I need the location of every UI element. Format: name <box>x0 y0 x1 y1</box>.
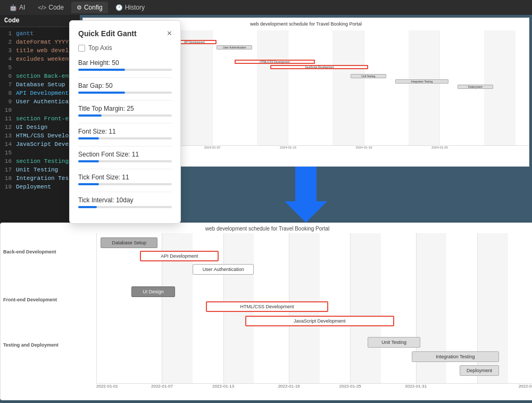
tick-interval-track[interactable] <box>78 206 172 208</box>
tab-ai-label: AI <box>19 4 25 11</box>
title-margin-track[interactable] <box>78 114 172 117</box>
tick-interval-fill <box>78 206 97 208</box>
task-integration-testing: Integration Testing <box>412 351 500 362</box>
code-line: 18Integration Testing <box>0 174 80 183</box>
code-line: 12UI Design <box>0 123 80 131</box>
code-line: 10 <box>0 106 80 114</box>
tick-font-size-track[interactable] <box>78 183 172 185</box>
top-toolbar: 🤖 AI </> Code ⚙ Config 🕐 History <box>0 0 532 15</box>
tab-ai[interactable]: 🤖 AI <box>4 2 30 13</box>
bar-gap-track[interactable] <box>78 92 172 94</box>
bar-height-track[interactable] <box>78 69 172 71</box>
bar-gap-group: Bar Gap: 50 <box>78 82 172 94</box>
code-line: 19Deployment <box>0 183 80 191</box>
font-size-label: Font Size: 11 <box>78 128 172 135</box>
task-database-setup: Database Setup <box>101 237 157 248</box>
section-font-size-group: Section Font Size: 11 <box>78 151 172 162</box>
tab-config[interactable]: ⚙ Config <box>71 2 108 13</box>
title-margin-label: Title Top Margin: 25 <box>78 105 172 112</box>
code-line: 11section Front-end De <box>0 114 80 123</box>
code-line: 4excludes weekends <box>0 55 80 63</box>
code-line: 14JavaScript Developmen <box>0 140 80 149</box>
code-line: 16section Testing and D <box>0 157 80 166</box>
divider <box>78 77 172 78</box>
task-ui-design: UI Design <box>131 286 175 297</box>
config-icon: ⚙ <box>77 4 82 11</box>
bar-height-label: Bar Height: 50 <box>78 59 172 67</box>
bar-height-group: Bar Height: 50 <box>78 59 172 71</box>
code-line: 3title web devel <box>0 46 80 55</box>
bar-height-fill <box>78 69 125 71</box>
gantt-large: web development schedule for Travel Book… <box>0 223 532 400</box>
ai-icon: 🤖 <box>10 4 17 11</box>
code-panel-title: Code <box>0 15 80 27</box>
bar-gap-label: Bar Gap: 50 <box>78 82 172 89</box>
arrow-down <box>285 167 327 223</box>
font-size-track[interactable] <box>78 137 172 139</box>
title-margin-fill <box>78 114 102 117</box>
close-button[interactable]: × <box>167 29 172 38</box>
divider <box>78 100 172 101</box>
top-axis-label: Top Axis <box>88 44 112 52</box>
code-line: 15 <box>0 149 80 157</box>
bar-gap-fill <box>78 92 125 94</box>
task-javascript: JavaScript Development <box>245 316 394 326</box>
tick-font-size-label: Tick Font Size: 11 <box>78 174 172 181</box>
task-html-css: HTML/CSS Development <box>206 301 328 312</box>
code-icon: </> <box>38 4 46 11</box>
code-line: 1gantt <box>0 29 80 38</box>
code-line: 5 <box>0 63 80 72</box>
code-line: 7Database Setup <box>0 80 80 89</box>
code-panel: Code 1gantt 2dateFormat YYYY-MM-D 3title… <box>0 15 80 238</box>
code-line: 2dateFormat YYYY-MM-D <box>0 38 80 46</box>
tab-config-label: Config <box>84 4 103 11</box>
font-size-fill <box>78 137 99 139</box>
tick-font-size-fill <box>78 183 99 185</box>
quick-edit-title: Quick Edit Gantt <box>78 29 137 38</box>
tab-history[interactable]: 🕐 History <box>110 2 150 13</box>
font-size-group: Font Size: 11 <box>78 128 172 139</box>
quick-edit-header: Quick Edit Gantt × <box>78 29 172 38</box>
task-api-development: API Development <box>140 251 219 261</box>
divider <box>78 146 172 146</box>
top-axis-checkbox[interactable] <box>78 45 85 52</box>
top-axis-checkbox-row: Top Axis <box>78 44 172 52</box>
task-user-authentication: User Authentication <box>193 264 254 275</box>
code-line: 17Unit Testing <box>0 166 80 174</box>
tab-code[interactable]: </> Code <box>32 2 69 13</box>
tab-history-label: History <box>125 4 145 11</box>
gantt-container: web development schedule for Travel Book… <box>1 223 532 400</box>
code-line: 8API Development <box>0 89 80 97</box>
history-icon: 🕐 <box>115 4 123 11</box>
divider <box>78 123 172 124</box>
task-deployment: Deployment <box>460 365 499 376</box>
gantt-large-title: web development schedule for Travel Book… <box>1 223 532 233</box>
section-font-size-track[interactable] <box>78 160 172 162</box>
tab-code-label: Code <box>48 4 64 11</box>
divider <box>78 192 172 192</box>
title-margin-group: Title Top Margin: 25 <box>78 105 172 117</box>
tick-interval-label: Tick Interval: 10day <box>78 196 172 204</box>
divider <box>78 169 172 169</box>
code-line: 13HTML/CSS Development <box>0 131 80 140</box>
tick-interval-group: Tick Interval: 10day <box>78 196 172 208</box>
section-font-size-fill <box>78 160 99 162</box>
code-lines: 1gantt 2dateFormat YYYY-MM-D 3title web … <box>0 27 80 193</box>
tick-font-size-group: Tick Font Size: 11 <box>78 174 172 185</box>
task-unit-testing: Unit Testing <box>368 337 420 348</box>
code-line: 6section Back-end Dev <box>0 72 80 80</box>
section-font-size-label: Section Font Size: 11 <box>78 151 172 158</box>
quick-edit-panel: Quick Edit Gantt × Top Axis Bar Height: … <box>69 20 181 224</box>
code-line: 9User Authentication <box>0 97 80 106</box>
